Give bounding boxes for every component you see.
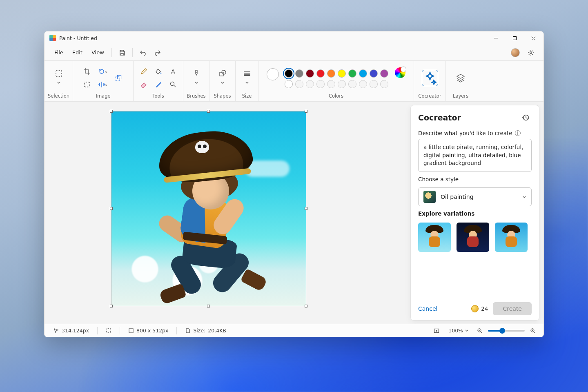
window-close-button[interactable] [524, 31, 543, 45]
ribbon-label-tools: Tools [152, 92, 164, 100]
color-swatch[interactable] [295, 80, 303, 88]
file-size: Size: 20.4KB [182, 327, 229, 334]
variation-thumbnail-2[interactable] [457, 223, 489, 252]
history-button[interactable] [520, 112, 532, 123]
resize-handle[interactable] [110, 207, 113, 210]
describe-label: Describe what you'd like to create i [411, 126, 539, 139]
user-avatar[interactable] [511, 48, 520, 57]
color-swatch[interactable] [359, 80, 367, 88]
ribbon-label-brushes: Brushes [187, 92, 205, 100]
style-label: Choose a style [411, 172, 539, 185]
info-icon[interactable]: i [515, 130, 521, 136]
zoom-in-button[interactable] [528, 326, 538, 336]
color-swatch[interactable] [380, 69, 388, 78]
text-tool[interactable]: A [166, 65, 180, 78]
menu-file[interactable]: File [50, 47, 67, 58]
style-selected: Oil painting [441, 194, 474, 200]
resize-handle[interactable] [305, 207, 307, 210]
color-swatch[interactable] [370, 69, 378, 78]
credits-icon [471, 305, 479, 312]
color-picker-tool[interactable] [151, 78, 165, 91]
menu-view[interactable]: View [87, 47, 108, 58]
resize-handle[interactable] [110, 305, 113, 307]
zoom-out-button[interactable] [475, 326, 485, 336]
variations-label: Explore variations [411, 206, 539, 219]
magnifier-tool[interactable] [166, 78, 180, 91]
redo-button[interactable] [151, 47, 165, 59]
fit-to-window-button[interactable] [431, 326, 442, 336]
brushes-dropdown[interactable] [189, 67, 203, 89]
variation-thumbnail-3[interactable] [495, 223, 528, 252]
pencil-tool[interactable] [137, 65, 151, 78]
color-palette [285, 69, 388, 88]
zoom-level[interactable]: 100% [445, 326, 472, 335]
color-swatch[interactable] [295, 69, 303, 78]
status-bar: 314,124px 800 x 512px Size: 20.4KB [45, 324, 543, 337]
resize-handle[interactable] [207, 305, 210, 307]
desktop-background: Paint - Untitled File Edit View [0, 0, 588, 392]
edit-colors-button[interactable] [395, 67, 405, 78]
color-swatch[interactable] [338, 80, 346, 88]
eraser-tool[interactable] [137, 78, 151, 91]
size-dropdown[interactable] [240, 67, 254, 89]
svg-rect-5 [117, 75, 121, 79]
save-button[interactable] [115, 47, 129, 59]
menu-edit[interactable]: Edit [68, 47, 87, 58]
color-swatch[interactable] [285, 69, 293, 78]
layers-button[interactable] [452, 70, 469, 86]
svg-point-6 [160, 72, 161, 74]
cancel-button[interactable]: Cancel [418, 305, 437, 312]
style-dropdown[interactable]: Oil painting [418, 187, 532, 206]
svg-point-1 [530, 51, 532, 53]
cocreator-title: Cocreator [418, 113, 461, 122]
create-button[interactable]: Create [493, 302, 532, 315]
credits-count: 24 [481, 305, 488, 312]
canvas-size: 800 x 512px [125, 327, 172, 334]
color-swatch[interactable] [327, 80, 335, 88]
paint-window: Paint - Untitled File Edit View [44, 31, 544, 337]
ribbon-label-colors: Colors [329, 92, 343, 100]
color-swatch[interactable] [327, 69, 335, 78]
rotate-button[interactable] [95, 65, 109, 78]
color-swatch[interactable] [285, 80, 293, 88]
canvas-area[interactable] [45, 102, 410, 324]
fill-tool[interactable] [151, 65, 165, 78]
resize-handle[interactable] [110, 110, 113, 113]
prompt-input[interactable]: a little cute pirate, running, colorful,… [418, 139, 532, 172]
selection-tool[interactable] [52, 67, 66, 89]
shapes-dropdown[interactable] [216, 67, 229, 89]
resize-handle[interactable] [305, 305, 307, 307]
color-swatch[interactable] [338, 69, 346, 78]
svg-rect-2 [56, 71, 62, 76]
resize-handle[interactable] [305, 110, 307, 113]
variation-thumbnail-1[interactable] [418, 223, 451, 252]
canvas[interactable] [111, 111, 306, 306]
selection-mode-button[interactable] [80, 78, 94, 91]
crop-button[interactable] [80, 65, 94, 78]
color-swatch[interactable] [306, 69, 314, 78]
style-thumbnail [423, 191, 436, 203]
window-maximize-button[interactable] [505, 31, 524, 45]
color-swatch[interactable] [380, 80, 388, 88]
color-swatch[interactable] [306, 80, 314, 88]
color-swatch[interactable] [316, 69, 325, 78]
ribbon-label-shapes: Shapes [214, 92, 231, 100]
color-swatch[interactable] [348, 69, 356, 78]
cocreator-ribbon-button[interactable] [422, 70, 438, 86]
resize-handle[interactable] [207, 110, 210, 113]
settings-button[interactable] [524, 47, 538, 59]
color-swatch[interactable] [370, 80, 378, 88]
title-bar[interactable]: Paint - Untitled [45, 31, 543, 45]
color-swatch[interactable] [316, 80, 325, 88]
color-swatch[interactable] [348, 80, 356, 88]
ribbon-label-layers: Layers [453, 92, 468, 100]
current-color[interactable] [267, 68, 279, 80]
undo-button[interactable] [136, 47, 150, 59]
color-swatch[interactable] [359, 69, 367, 78]
cursor-position: 314,124px [50, 327, 92, 334]
zoom-slider[interactable] [488, 330, 525, 332]
flip-button[interactable] [95, 78, 109, 91]
svg-point-15 [436, 330, 437, 332]
window-minimize-button[interactable] [486, 31, 505, 45]
resize-button[interactable] [110, 67, 127, 89]
